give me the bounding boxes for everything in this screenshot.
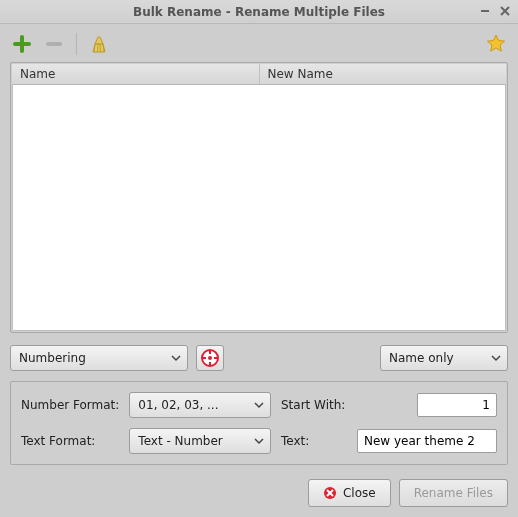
rename-mode-value: Numbering [19, 351, 86, 365]
rename-files-button[interactable]: Rename Files [399, 479, 508, 507]
close-window-button[interactable] [498, 4, 512, 18]
rename-scope-combo[interactable]: Name only [380, 345, 508, 371]
start-with-label: Start With: [281, 398, 345, 412]
column-new-name[interactable]: New Name [260, 64, 507, 84]
number-format-value: 01, 02, 03, ... [138, 398, 218, 412]
close-button[interactable]: Close [308, 479, 391, 507]
text-format-label: Text Format: [21, 434, 119, 448]
window-title: Bulk Rename - Rename Multiple Files [133, 5, 385, 19]
clear-button[interactable] [87, 32, 111, 56]
number-format-combo[interactable]: 01, 02, 03, ... [129, 392, 271, 418]
list-body[interactable] [12, 85, 506, 331]
minimize-button[interactable] [478, 4, 492, 18]
chevron-down-icon [254, 400, 264, 410]
close-button-label: Close [343, 486, 376, 500]
toolbar-separator [76, 33, 77, 55]
list-header: Name New Name [12, 64, 506, 85]
close-icon [323, 486, 337, 500]
remove-files-button[interactable] [42, 32, 66, 56]
chevron-down-icon [491, 353, 501, 363]
chevron-down-icon [171, 353, 181, 363]
text-format-value: Text - Number [138, 434, 222, 448]
help-button[interactable] [196, 345, 224, 371]
file-list: Name New Name [10, 62, 508, 333]
rename-scope-value: Name only [389, 351, 454, 365]
rename-mode-combo[interactable]: Numbering [10, 345, 188, 371]
text-input[interactable] [357, 429, 497, 453]
column-name[interactable]: Name [12, 64, 260, 84]
text-format-combo[interactable]: Text - Number [129, 428, 271, 454]
options-panel: Number Format: 01, 02, 03, ... Start Wit… [10, 381, 508, 465]
start-with-input[interactable] [417, 393, 497, 417]
rename-files-label: Rename Files [414, 486, 493, 500]
add-files-button[interactable] [10, 32, 34, 56]
chevron-down-icon [254, 436, 264, 446]
toolbar [10, 30, 508, 62]
favorite-button[interactable] [484, 32, 508, 56]
svg-point-1 [208, 356, 212, 360]
number-format-label: Number Format: [21, 398, 119, 412]
title-bar: Bulk Rename - Rename Multiple Files [0, 0, 518, 24]
text-label: Text: [281, 434, 345, 448]
